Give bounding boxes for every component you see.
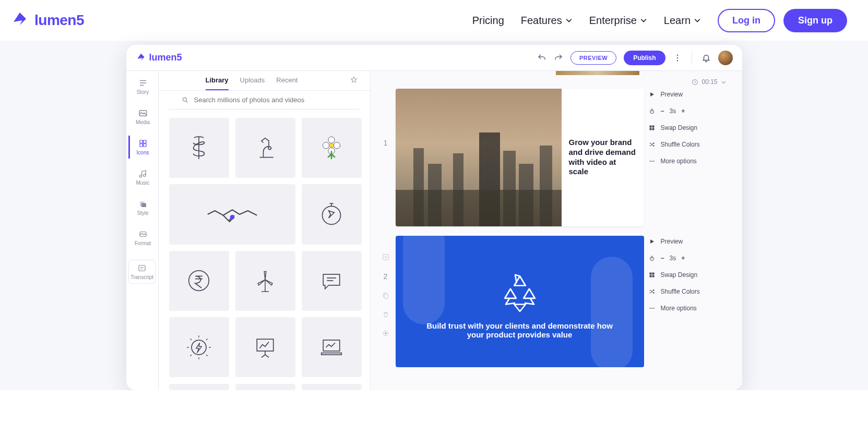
delete-slide-icon[interactable] — [382, 311, 389, 318]
slide-row-1: 1 Grow your brand and drive demand with … — [371, 89, 742, 236]
slide-card-2[interactable]: Build trust with your clients and demons… — [396, 236, 644, 367]
rail-label: Style — [137, 210, 148, 216]
svg-point-8 — [183, 98, 186, 101]
shuffle-colors-button[interactable]: Shuffle Colors — [648, 141, 709, 148]
nav-links: Pricing Features Enterprise Learn — [472, 15, 701, 27]
chat-icon — [317, 266, 346, 295]
duration-increase-button[interactable]: + — [681, 255, 685, 262]
more-options-button[interactable]: More options — [648, 305, 709, 312]
library-icon-laptop-chart[interactable] — [302, 317, 362, 377]
bell-icon — [701, 53, 711, 63]
slide-preview-button[interactable]: Preview — [648, 91, 709, 98]
nav-enterprise[interactable]: Enterprise — [589, 15, 647, 27]
svg-rect-24 — [652, 126, 654, 128]
svg-rect-7 — [139, 265, 145, 271]
library-icon-lightbulb-bolt[interactable] — [169, 317, 229, 377]
svg-point-11 — [328, 137, 335, 143]
duration-increase-button[interactable]: + — [681, 107, 685, 115]
rail-style[interactable]: Style — [128, 196, 156, 219]
svg-point-40 — [651, 308, 652, 309]
library-icon-caduceus[interactable] — [169, 118, 229, 178]
library-icon-rupee[interactable] — [169, 251, 229, 311]
nav-pricing[interactable]: Pricing — [472, 15, 504, 27]
site-logo[interactable]: lumen5 — [10, 11, 84, 30]
swap-design-button[interactable]: Swap Design — [648, 271, 709, 279]
stage: lumen5 PREVIEW Publish — [0, 41, 868, 390]
action-label: Shuffle Colors — [661, 141, 700, 148]
record-icon[interactable] — [382, 330, 389, 337]
more-menu-button[interactable] — [673, 53, 682, 63]
rail-icons[interactable]: Icons — [128, 136, 156, 159]
library-icon-partial[interactable] — [302, 384, 362, 390]
svg-point-1 — [676, 57, 678, 58]
add-slide-icon[interactable] — [382, 253, 389, 261]
grid-icon — [649, 125, 655, 131]
icons-icon — [138, 139, 148, 148]
chevron-down-icon[interactable] — [721, 79, 727, 85]
nav-learn[interactable]: Learn — [664, 15, 701, 27]
favorites-button[interactable] — [350, 76, 358, 90]
library-icon-microscope[interactable] — [235, 118, 295, 178]
caduceus-icon — [184, 134, 213, 163]
library-icon-handshake[interactable] — [169, 184, 295, 244]
slide-row-2: 2 Build trust with your clients and demo… — [371, 236, 742, 377]
style-icon — [138, 199, 148, 209]
avatar[interactable] — [718, 51, 733, 65]
chevron-down-icon — [640, 17, 647, 24]
duration-decrease-button[interactable]: − — [661, 255, 664, 262]
recycle-icon — [496, 269, 543, 316]
preview-button[interactable]: PREVIEW — [570, 51, 616, 65]
publish-button[interactable]: Publish — [624, 51, 665, 65]
tab-library[interactable]: Library — [206, 76, 229, 90]
slide-card-1[interactable]: Grow your brand and drive demand with vi… — [396, 89, 644, 226]
rail-music[interactable]: Music — [128, 166, 156, 189]
slide-duration-control: − 3s + — [648, 255, 709, 262]
more-options-button[interactable]: More options — [648, 158, 709, 165]
shuffle-colors-button[interactable]: Shuffle Colors — [648, 288, 709, 295]
library-icon-chat[interactable] — [302, 251, 362, 311]
app-logo[interactable]: lumen5 — [136, 52, 182, 63]
library-icon-compass[interactable] — [302, 184, 362, 244]
svg-point-9 — [268, 147, 271, 149]
login-button[interactable]: Log in — [718, 9, 775, 32]
swap-design-button[interactable]: Swap Design — [648, 124, 709, 131]
search-input[interactable] — [194, 96, 347, 104]
slide-duration-control: − 3s + — [648, 107, 709, 115]
rail-media[interactable]: Media — [128, 105, 156, 128]
svg-rect-31 — [384, 294, 388, 298]
duration-decrease-button[interactable]: − — [661, 107, 664, 115]
rail-format[interactable]: Format — [128, 226, 156, 249]
tab-recent[interactable]: Recent — [276, 76, 298, 90]
app-logo-text: lumen5 — [149, 52, 182, 63]
svg-point-33 — [385, 332, 387, 334]
undo-button[interactable] — [537, 53, 546, 63]
tab-uploads[interactable]: Uploads — [240, 76, 265, 90]
svg-point-17 — [189, 271, 209, 291]
slide-gutter-2: 2 — [380, 236, 391, 337]
library-icon-partial[interactable] — [235, 384, 295, 390]
media-icon — [138, 108, 148, 118]
redo-button[interactable] — [554, 53, 563, 63]
library-icon-wind-turbine[interactable] — [235, 251, 295, 311]
notifications-button[interactable] — [701, 53, 711, 63]
app-body: Story Media Icons Music Style — [126, 71, 742, 390]
library-icon-presentation[interactable] — [235, 317, 295, 377]
library-icon-partial[interactable] — [169, 384, 229, 390]
duration-value: 3s — [670, 107, 676, 115]
nav-features[interactable]: Features — [521, 15, 573, 27]
svg-rect-23 — [649, 126, 651, 128]
redo-icon — [554, 53, 563, 63]
slide-text: Grow your brand and drive demand with vi… — [562, 89, 644, 226]
signup-button[interactable]: Sign up — [783, 9, 847, 32]
rail-transcript[interactable]: Transcript — [128, 260, 156, 284]
rail-label: Media — [136, 119, 150, 125]
timeline-strip — [556, 71, 639, 75]
app-header: lumen5 PREVIEW Publish — [126, 45, 742, 71]
time-display-row: 00:15 — [371, 75, 742, 89]
slide-preview-button[interactable]: Preview — [648, 238, 709, 245]
dots-horizontal-icon — [649, 305, 655, 311]
logo-text: lumen5 — [34, 12, 84, 29]
library-icon-flower[interactable] — [302, 118, 362, 178]
copy-slide-icon[interactable] — [382, 292, 389, 299]
rail-story[interactable]: Story — [128, 75, 156, 98]
